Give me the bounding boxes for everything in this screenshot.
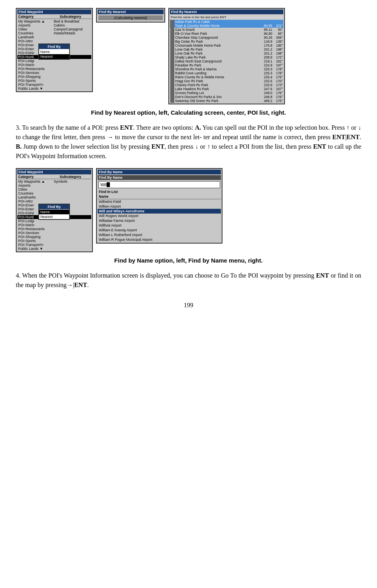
list-item: Cities [17, 187, 91, 191]
name-row: Will Rogers World Airport [98, 214, 221, 218]
result-name: Lake Hawkins Rv Park [175, 87, 258, 91]
result-bearing: 172° [273, 55, 283, 59]
result-bearing: 178° [273, 71, 283, 75]
result-dist: 248.0 [258, 91, 272, 95]
col-category: Category [18, 15, 56, 19]
result-row-active: Indian Park Rv & Cabin [170, 20, 283, 24]
list-item: Public Lands ▼ [17, 247, 91, 251]
result-name: Shady Lake Rv Park [175, 55, 258, 59]
result-bearing: 65° [273, 32, 283, 36]
poi-result-title: Find By Nearest [170, 9, 283, 14]
poi-icon [170, 20, 174, 24]
result-dist: 176.8 [258, 43, 272, 47]
find-waypoint-title-2: Find Waypoint [17, 170, 91, 174]
name-row: William R Pogue Municipal Airport [98, 237, 221, 242]
poi-icon [170, 36, 174, 40]
poi-icon [170, 28, 174, 32]
overlay-name-item[interactable]: Name [39, 49, 69, 54]
name-column-header: Name [98, 194, 221, 199]
poi-icon [170, 87, 174, 91]
poi-icon [170, 59, 174, 63]
result-dist: 201.2 [258, 47, 272, 51]
result-dist: 208.9 [258, 55, 272, 59]
result-name: Rabbit Cove Landing [175, 71, 258, 75]
result-bearing: 170° [273, 79, 283, 83]
text-cursor [107, 182, 110, 187]
name-row-active: Will and Wileys Aerodrome [98, 209, 221, 214]
list-item: POI-Services [17, 71, 91, 75]
result-name: Dallas North East Campground [175, 59, 258, 63]
poi-instruction: Find the name in the list and press ENT [170, 15, 283, 19]
poi-icon [170, 40, 174, 43]
result-bearing: 167° [273, 87, 283, 91]
result-bearing: 181° [273, 59, 283, 63]
bottom-screenshots: Find Waypoint Category Subcategory My Wa… [16, 168, 361, 252]
name-row: William L Rutherford Airport [98, 233, 221, 237]
find-nearest-title: Find By Nearest [98, 9, 164, 14]
result-name: Town & Country Mobile Home [175, 24, 258, 28]
result-name: Hogg Gov Rv Park [175, 79, 258, 83]
list-item: POI-Shopping [17, 75, 91, 79]
result-row: Don's Discount Rv Parks & Svc 248.8 176° [170, 95, 283, 99]
result-bearing: 197° [273, 63, 283, 67]
poi-icon [170, 71, 174, 75]
result-name: Indian Park Rv & Cabin [175, 20, 258, 24]
result-row: Crossroads Mobile Home Park 176.8 190° [170, 43, 283, 47]
result-name: Elk-O-Vue River Park [175, 32, 258, 36]
input-text: Will [100, 183, 107, 187]
result-dist: 233.9 [258, 83, 272, 87]
result-bearing: 176° [273, 91, 283, 95]
overlay-title-2: Find By [39, 204, 69, 209]
list-item: POI-Sports [17, 239, 91, 243]
poi-icon [170, 43, 174, 47]
list-item: POI-Shopping [17, 235, 91, 239]
body-paragraph-1: 3. To search by the name of a POI: press… [16, 123, 361, 161]
list-item: My Waypoints ▲Bed & Breakfast [17, 19, 91, 23]
result-bearing: 198° [273, 47, 283, 51]
result-dist: 248.8 [258, 95, 272, 99]
calc-label: (Calculating nearest) [98, 15, 163, 20]
result-name: Lone Oak Rv Park [175, 51, 258, 55]
result-name: Cherokee Strip Campground [175, 36, 258, 40]
result-name: Don's Discount Rv Parks & Svc [175, 95, 258, 99]
result-name: Rains County Rv & Mobile Home [175, 75, 258, 79]
list-item: POI-Sports [17, 79, 91, 83]
result-bearing: 198° [273, 51, 283, 55]
result-row: Rains County Rv & Mobile Home 226.4 175° [170, 75, 283, 79]
result-name: Big Cedar Rv Park [175, 40, 258, 43]
name-row: Willadae Farms Airport [98, 218, 221, 223]
result-name: Shoreline Rv Park & Marina [175, 67, 258, 71]
result-name: Lone Oak Rv Park [175, 47, 258, 51]
page-number: 199 [16, 302, 361, 309]
poi-icon [170, 79, 174, 83]
result-row: Town & Country Mobile Home 84.55 221° [170, 24, 283, 28]
overlay-nearest-item[interactable]: Nearest [39, 54, 69, 59]
result-row: Cherokee Strip Campground 90.26 309° [170, 36, 283, 40]
result-dist: 85.11 [258, 28, 272, 32]
list-item: My Waypoints ▲Symbols [17, 180, 91, 183]
poi-icon [170, 24, 174, 28]
list-item: Public Lands ▼ [17, 87, 91, 91]
find-name-right: Find By Name Find By Name Will Find In L… [96, 168, 222, 244]
overlay-name-item-2[interactable]: Name [39, 210, 69, 214]
list-item: POI-Marin [17, 223, 91, 227]
col-category-2: Category [18, 175, 56, 179]
list-item: POI-Marin [17, 63, 91, 67]
result-dist: 226.4 [258, 75, 272, 79]
poi-icon [170, 99, 174, 103]
find-waypoint-title: Find Waypoint [17, 9, 91, 14]
result-bearing: 173° [273, 83, 283, 87]
overlay-nearest-item-2[interactable]: Nearest [39, 214, 69, 219]
find-waypoint-left-2: Find Waypoint Category Subcategory My Wa… [16, 168, 93, 252]
find-name-input[interactable]: Will [98, 181, 220, 188]
result-bearing: 190° [273, 43, 283, 47]
result-dist: 118.9 [258, 40, 272, 43]
list-item: POI-Transport'n [17, 243, 91, 247]
list-item: Airports [17, 183, 91, 187]
find-by-overlay-top: Find By Name Nearest [38, 43, 70, 60]
list-item: POI-Attrz [17, 39, 91, 43]
result-row: Gas N Snack 85.11 50° [170, 28, 283, 32]
col-headers-bottom: Category Subcategory [17, 175, 91, 179]
list-item: CitiesCamps/Campgrnd [17, 27, 91, 31]
poi-icon [170, 67, 174, 71]
